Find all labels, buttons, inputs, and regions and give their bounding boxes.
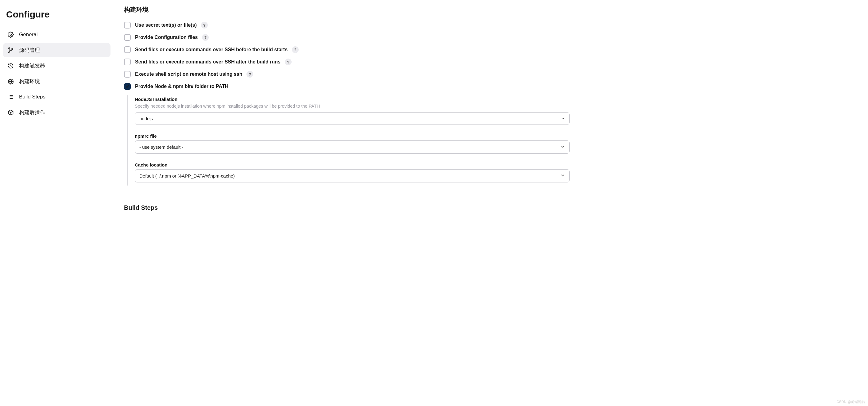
option-label: Send files or execute commands over SSH … (135, 47, 288, 53)
select-cache[interactable]: Default (~/.npm or %APP_DATA%\npm-cache) (135, 169, 570, 182)
svg-point-1 (9, 47, 10, 49)
sidebar-item-label: 构建触发器 (19, 62, 45, 69)
watermark: CSDN @前端阿皓 (837, 400, 865, 404)
help-icon[interactable]: ? (285, 59, 291, 65)
help-icon[interactable]: ? (246, 71, 253, 77)
select-nodejs-install[interactable]: nodejs (135, 112, 570, 125)
option-node-path: Provide Node & npm bin/ folder to PATH (124, 83, 570, 90)
node-config-panel: NodeJS Installation Specify needed nodej… (127, 95, 570, 185)
sidebar-item-post-build[interactable]: 构建后操作 (3, 105, 111, 120)
checkbox-secret-text[interactable] (124, 22, 131, 29)
sidebar-item-label: General (19, 32, 37, 38)
sidebar-item-label: 构建后操作 (19, 109, 45, 116)
option-ssh-before: Send files or execute commands over SSH … (124, 46, 570, 53)
option-ssh-after: Send files or execute commands over SSH … (124, 59, 570, 65)
checkbox-ssh-before[interactable] (124, 46, 131, 53)
chevron-down-icon (560, 173, 565, 179)
svg-point-0 (10, 34, 12, 36)
option-label: Send files or execute commands over SSH … (135, 59, 281, 65)
help-icon[interactable]: ? (292, 46, 299, 53)
main-content: 构建环境 Use secret text(s) or file(s) ? Pro… (114, 0, 580, 406)
globe-icon (7, 78, 14, 85)
select-value: nodejs (140, 116, 153, 121)
svg-point-3 (12, 48, 13, 49)
sidebar-item-label: 构建环境 (19, 78, 40, 85)
gear-icon (7, 31, 14, 38)
svg-point-2 (9, 52, 10, 53)
select-value: - use system default - (140, 144, 183, 150)
option-label: Execute shell script on remote host usin… (135, 71, 242, 77)
sidebar-item-environment[interactable]: 构建环境 (3, 74, 111, 89)
option-config-files: Provide Configuration files ? (124, 34, 570, 41)
section-title-environment: 构建环境 (124, 5, 570, 14)
chevron-down-icon (560, 144, 565, 150)
option-label: Provide Configuration files (135, 35, 198, 40)
package-icon (7, 109, 14, 116)
select-value: Default (~/.npm or %APP_DATA%\npm-cache) (140, 173, 235, 178)
help-icon[interactable]: ? (201, 22, 208, 29)
chevron-down-icon (561, 116, 565, 121)
checkbox-ssh-shell[interactable] (124, 71, 131, 77)
option-ssh-shell: Execute shell script on remote host usin… (124, 71, 570, 77)
checkbox-ssh-after[interactable] (124, 59, 131, 65)
sidebar-item-label: 源码管理 (19, 46, 40, 54)
field-label-npmrc: npmrc file (135, 133, 570, 139)
section-title-build-steps: Build Steps (124, 204, 570, 211)
checkbox-config-files[interactable] (124, 34, 131, 41)
option-label: Use secret text(s) or file(s) (135, 22, 197, 28)
option-label: Provide Node & npm bin/ folder to PATH (135, 84, 228, 89)
git-branch-icon (7, 47, 14, 54)
history-icon (7, 63, 14, 69)
field-label-cache: Cache location (135, 162, 570, 167)
field-desc-nodejs-install: Specify needed nodejs installation where… (135, 104, 570, 108)
select-npmrc[interactable]: - use system default - (135, 140, 570, 154)
sidebar-item-scm[interactable]: 源码管理 (3, 43, 111, 57)
sidebar-item-build-steps[interactable]: Build Steps (3, 90, 111, 104)
sidebar-item-triggers[interactable]: 构建触发器 (3, 59, 111, 73)
option-secret-text: Use secret text(s) or file(s) ? (124, 22, 570, 29)
help-icon[interactable]: ? (202, 34, 209, 41)
checkbox-node-path[interactable] (124, 83, 131, 90)
sidebar: Configure General 源码管理 构建触发器 构建环境 (0, 0, 114, 406)
list-icon (7, 94, 14, 100)
sidebar-item-general[interactable]: General (3, 28, 111, 42)
page-title: Configure (3, 6, 111, 28)
field-label-nodejs-install: NodeJS Installation (135, 97, 570, 102)
sidebar-item-label: Build Steps (19, 94, 45, 100)
section-divider (124, 195, 570, 195)
